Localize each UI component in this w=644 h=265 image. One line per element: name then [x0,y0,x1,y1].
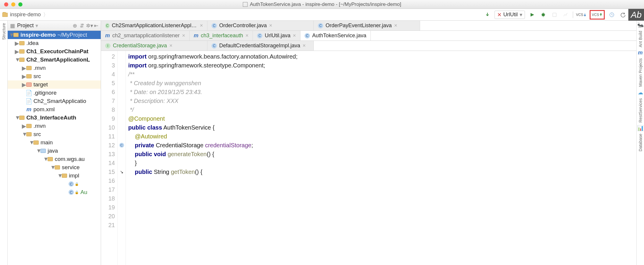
tree-pom[interactable]: m pom.xml [8,105,101,114]
run-config-dropdown[interactable]: ✕UrlUtil▾ [495,11,525,19]
tree-ch2[interactable]: ▼ Ch2_SmartApplicationL [8,56,101,64]
project-tool-header: ▦ Project ▾ ⊕ ⇵ ✲▾ ⇤ [8,21,101,31]
breadcrumb-project: inspire-demo [10,12,41,18]
tree-class1[interactable]: C 🔒 [8,180,101,188]
revert-button[interactable] [619,11,627,19]
collapse-all-icon[interactable]: ⇵ [79,22,85,29]
ant-build-tab[interactable]: Ant Build [638,30,643,49]
rest-icon[interactable]: ☁ [638,89,643,96]
marker-gutter: C↘ [118,51,126,265]
editor-tab[interactable]: CUrlUtil.java× [253,31,300,41]
tree-java[interactable]: ▼ java [8,147,101,155]
ant-icon[interactable]: 🐜 [637,22,644,28]
tree-impl[interactable]: ▼ impl [8,172,101,180]
editor-tab[interactable]: CDefaultCredentialStorageImpl.java× [207,41,314,51]
tree-mvn[interactable]: ▶ .mvn [8,64,101,72]
code-editor[interactable]: 23456789101112131415161718192021 C↘ impo… [101,51,636,265]
folder-icon [2,13,8,17]
editor-tab[interactable]: COrderController.java× [207,21,314,30]
close-tab-icon[interactable]: × [394,22,397,29]
rest-services-tab[interactable]: RestServices [638,97,643,124]
editor-area: CCh2SmartApplicationListenerApplication.… [101,21,636,265]
scroll-to-source-icon[interactable]: ⊕ [72,22,78,29]
profile-button[interactable] [562,11,570,19]
download-icon[interactable] [483,11,492,19]
editor-tab[interactable]: ICredentialStorage.java× [101,41,207,51]
close-tab-icon[interactable]: × [293,33,296,39]
structure-tool-tab[interactable]: Structure [1,22,6,41]
editor-tab[interactable]: COrderPayEventListener.java× [314,21,420,30]
close-tab-icon[interactable]: × [269,22,272,29]
zoom-window-button[interactable] [18,2,22,7]
file-icon [243,2,248,7]
close-tab-icon[interactable]: × [182,33,185,39]
run-config-label: UrlUtil [503,12,518,18]
editor-tab[interactable]: CAuthTokenService.java [300,31,371,41]
vcs-commit-button[interactable]: VCS [590,10,605,20]
ab-badge: Ab [628,9,644,21]
navigation-bar: inspire-demo 〉 ✕UrlUtil▾ VCS VCS Ab [0,9,644,21]
database-tab[interactable]: Database [638,132,643,153]
tree-pkg[interactable]: ▼ com.wgs.au [8,155,101,163]
close-window-button[interactable] [4,2,8,7]
editor-tabs-row-2: mch2_smartapplicationlistener×mch3_inter… [101,31,636,41]
tree-src2[interactable]: ▼ src [8,130,101,138]
editor-tabs-row-1: CCh2SmartApplicationListenerApplication.… [101,21,636,31]
right-tool-gutter: 🐜 Ant Build m Maven Projects ☁ RestServi… [636,21,644,265]
minimize-window-button[interactable] [11,2,15,7]
history-button[interactable] [608,11,616,19]
window-title: AuthTokenService.java - inspire-demo - [… [250,1,401,7]
close-tab-icon[interactable]: × [303,43,306,49]
tree-main[interactable]: ▼ main [8,138,101,147]
editor-tab[interactable]: mch3_interfaceauth× [190,31,253,41]
project-tool-window: ▦ Project ▾ ⊕ ⇵ ✲▾ ⇤ ▼ inspire-demo ~/My… [8,21,101,265]
tree-gitignore[interactable]: 📄 .gitignore [8,89,101,97]
settings-gear-icon[interactable]: ✲▾ [86,22,92,29]
close-tab-icon[interactable]: × [200,22,203,29]
traffic-lights [0,2,22,7]
close-tab-icon[interactable]: × [169,43,173,49]
tree-ch1[interactable]: ▶ Ch1_ExecutorChainPat [8,47,101,56]
toolbar: ✕UrlUtil▾ VCS VCS [483,10,642,20]
tree-root[interactable]: ▼ inspire-demo ~/MyProject [8,31,101,39]
editor-tab[interactable]: mch2_smartapplicationlistener× [101,31,190,41]
project-tool-title: Project [17,22,34,29]
run-button[interactable] [528,11,536,19]
code-content[interactable]: import org.springframework.beans.factory… [126,51,297,265]
maven-projects-tab[interactable]: Maven Projects [638,57,643,88]
tree-target[interactable]: ▶ target [8,80,101,89]
maven-icon[interactable]: m [638,50,643,56]
tree-class2[interactable]: C 🔒 Au [8,188,101,196]
line-number-gutter: 23456789101112131415161718192021 [101,51,118,265]
tree-src[interactable]: ▶ src [8,72,101,80]
hide-tool-icon[interactable]: ⇤ [93,22,99,29]
project-tree[interactable]: ▼ inspire-demo ~/MyProject ▶ .idea ▶ Ch1… [8,31,101,265]
tree-service[interactable]: ▼ service [8,163,101,172]
close-tab-icon[interactable]: × [245,33,249,39]
tree-ch3[interactable]: ▼ Ch3_InterfaceAuth [8,114,101,122]
left-tool-gutter: Structure [0,21,8,265]
project-view-icon[interactable]: ▦ [9,22,15,29]
tree-ch2app[interactable]: 📄 Ch2_SmartApplicatio [8,97,101,105]
editor-tabs-row-3: ICredentialStorage.java×CDefaultCredenti… [101,41,636,51]
title-bar: AuthTokenService.java - inspire-demo - [… [0,0,644,9]
database-icon[interactable]: 📊 [637,125,644,131]
tree-mvn2[interactable]: ▶ .mvn [8,122,101,130]
breadcrumb[interactable]: inspire-demo 〉 [2,11,48,18]
coverage-button[interactable] [550,11,559,19]
editor-tab[interactable]: CCh2SmartApplicationListenerApplication.… [101,21,207,30]
vcs-update-button[interactable]: VCS [576,13,587,17]
tree-idea[interactable]: ▶ .idea [8,39,101,47]
debug-button[interactable] [539,11,547,19]
